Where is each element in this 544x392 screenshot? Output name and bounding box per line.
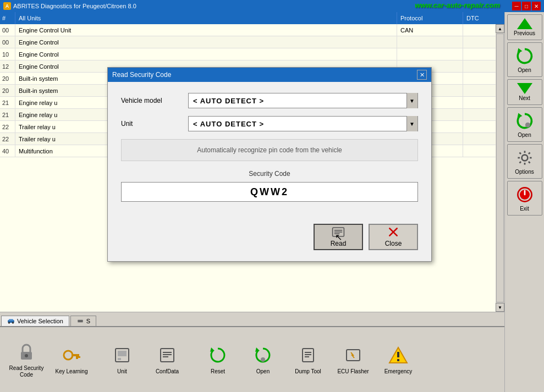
unit-row: Unit < AUTO DETECT > ▼ — [121, 116, 418, 131]
read-button[interactable]: Read ↖ — [314, 224, 363, 250]
unit-value: < AUTO DETECT > — [189, 120, 406, 128]
unit-select[interactable]: < AUTO DETECT > ▼ — [188, 116, 418, 131]
svg-rect-47 — [334, 233, 340, 234]
close-button[interactable]: ✕ — [532, 2, 541, 10]
title-bar-left: A ABRITES Diagnostics for Peugeot/Citroe… — [3, 2, 136, 10]
read-icon — [332, 227, 345, 238]
modal-overlay: Read Security Code ✕ Vehicle model < AUT… — [0, 12, 544, 392]
vehicle-model-label: Vehicle model — [121, 97, 182, 104]
vehicle-model-value: < AUTO DETECT > — [189, 97, 406, 105]
watermark: www.car-auto-repair.com — [415, 1, 500, 9]
vehicle-model-row: Vehicle model < AUTO DETECT > ▼ — [121, 93, 418, 108]
app-title: ABRITES Diagnostics for Peugeot/Citroen … — [13, 3, 136, 9]
close-button-label: Close — [385, 240, 402, 247]
vehicle-model-arrow[interactable]: ▼ — [406, 93, 417, 108]
close-x-icon — [387, 227, 400, 238]
dialog-footer: Read ↖ Close — [108, 224, 431, 261]
security-code-field: QWW2 — [121, 182, 418, 202]
security-code-value: QWW2 — [250, 186, 289, 198]
dialog-title-bar: Read Security Code ✕ — [108, 68, 431, 82]
vehicle-model-select[interactable]: < AUTO DETECT > ▼ — [188, 93, 418, 108]
info-text: Automatically recognize pin code from th… — [197, 146, 342, 154]
minimize-button[interactable]: ─ — [512, 2, 521, 10]
read-button-label: Read — [331, 240, 347, 247]
info-box: Automatically recognize pin code from th… — [121, 139, 418, 161]
svg-rect-46 — [334, 231, 342, 233]
maximize-button[interactable]: □ — [522, 2, 531, 10]
svg-rect-45 — [334, 230, 342, 231]
dialog-body: Vehicle model < AUTO DETECT > ▼ Unit < A… — [108, 82, 431, 224]
read-security-dialog: Read Security Code ✕ Vehicle model < AUT… — [107, 67, 432, 262]
close-button[interactable]: Close — [369, 224, 418, 250]
unit-arrow[interactable]: ▼ — [406, 116, 417, 131]
security-code-label: Security Code — [121, 170, 418, 178]
app-icon: A — [3, 2, 11, 10]
dialog-title: Read Security Code — [112, 71, 171, 79]
dialog-close-x-btn[interactable]: ✕ — [417, 70, 427, 80]
unit-label: Unit — [121, 120, 182, 128]
